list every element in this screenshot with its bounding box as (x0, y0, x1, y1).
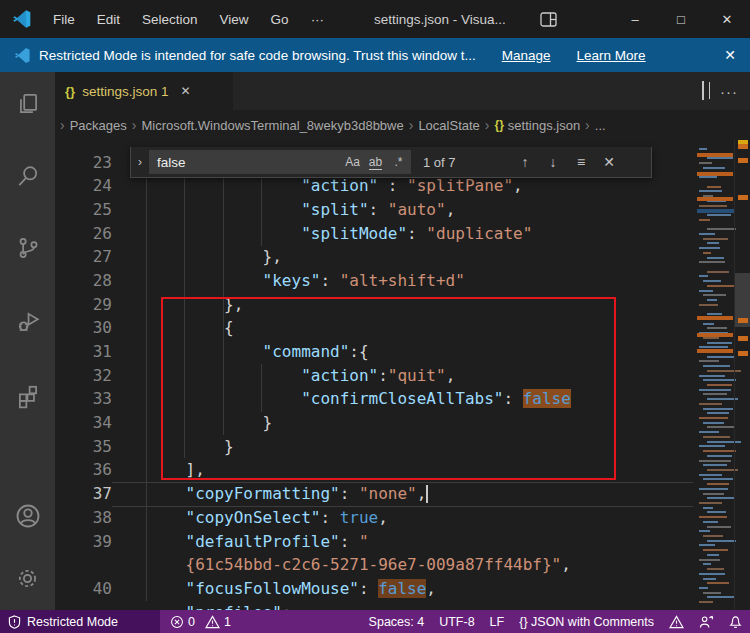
editor-more-actions-button[interactable]: ··· (720, 83, 738, 100)
overview-ruler-mark (738, 336, 748, 341)
minimap-line (703, 478, 733, 480)
current-line-border (112, 482, 693, 483)
source-control-icon[interactable] (0, 224, 55, 272)
restricted-mode-status[interactable]: Restricted Mode (0, 610, 160, 633)
minimap-line (707, 511, 726, 513)
menu-item-view[interactable]: View (209, 0, 260, 38)
indentation-status[interactable]: Spaces: 4 (369, 615, 425, 629)
minimap-find-match (697, 153, 733, 157)
minimap-line (703, 280, 721, 282)
minimap-line (707, 299, 717, 301)
code-line-wrap[interactable]: {61c54bbd-c2c6-5271-96e7-009a87ff44bf}", (55, 553, 750, 577)
feedback-person-icon[interactable] (699, 615, 714, 629)
minimap-line (703, 464, 727, 466)
eol-status[interactable]: LF (490, 615, 505, 629)
overview-ruler-mark (738, 195, 748, 200)
menu-item-selection[interactable]: Selection (131, 0, 209, 38)
code-line-40[interactable]: 40 "focusFollowMouse": false, (55, 577, 750, 601)
breadcrumb-item[interactable]: Packages (70, 118, 127, 133)
minimap-line (699, 474, 722, 476)
vscode-logo-icon (12, 9, 32, 29)
breadcrumb-item[interactable]: LocalState (418, 118, 479, 133)
breadcrumb-file[interactable]: settings.json (508, 118, 580, 133)
line-number: 27 (55, 245, 112, 269)
line-number: 23 (55, 151, 112, 175)
alert-triangle-icon[interactable] (669, 615, 684, 629)
layout-toggle-button[interactable] (536, 8, 560, 30)
code-line-wrap[interactable]: "profiles": (55, 601, 750, 610)
match-case-button[interactable]: Aa (341, 155, 364, 169)
code-line-37[interactable]: 37 "copyFormatting": "none", (55, 482, 750, 506)
code-line-39[interactable]: 39 "defaultProfile": " (55, 530, 750, 554)
minimap-line (703, 238, 728, 240)
find-previous-button[interactable]: ↑ (515, 154, 535, 170)
menu-item-[interactable]: ··· (300, 0, 336, 38)
chevron-right-icon: › (132, 117, 137, 133)
banner-close-icon[interactable]: ✕ (724, 47, 736, 63)
minimap-line (699, 176, 717, 178)
minimap-line (699, 403, 722, 405)
line-number: 28 (55, 269, 112, 293)
layout-icon (540, 12, 557, 27)
breadcrumb-tail[interactable]: ... (595, 118, 606, 133)
minimap-line (703, 393, 727, 395)
find-next-button[interactable]: ↓ (543, 154, 563, 170)
run-debug-icon[interactable] (0, 298, 55, 346)
minimap-line (699, 162, 712, 164)
minimap-line (703, 365, 730, 367)
regex-button[interactable]: .* (387, 155, 410, 169)
manage-link[interactable]: Manage (502, 48, 551, 63)
editor-pane[interactable]: 2324 "action" : "splitPane",25 "split": … (55, 140, 750, 610)
account-icon[interactable] (0, 492, 55, 540)
settings-gear-icon[interactable] (0, 554, 55, 602)
close-window-button[interactable]: ✕ (704, 0, 750, 38)
minimap-line (707, 327, 727, 329)
line-number: 31 (55, 340, 112, 364)
json-file-icon: {} (65, 84, 75, 99)
banner-message: Restricted Mode is intended for safe cod… (39, 48, 476, 63)
menu-item-edit[interactable]: Edit (86, 0, 131, 38)
minimap-line (707, 568, 724, 570)
minimap-find-match (697, 333, 733, 337)
explorer-icon[interactable] (0, 80, 55, 128)
shield-icon (8, 615, 21, 629)
tab-settings-json[interactable]: {} settings.json 1 ✕ (55, 72, 233, 110)
line-number: 40 (55, 577, 112, 601)
editor-scrollbar[interactable] (734, 140, 750, 610)
minimap[interactable] (697, 140, 734, 610)
minimize-button[interactable]: – (612, 0, 658, 38)
minimap-line (699, 516, 727, 518)
code-line-28[interactable]: 28 "keys": "alt+shift+d" (55, 269, 750, 293)
code-line-38[interactable]: 38 "copyOnSelect": true, (55, 506, 750, 530)
language-mode-status[interactable]: {} JSON with Comments (519, 615, 654, 629)
find-expand-toggle[interactable]: › (131, 155, 149, 169)
minimap-line (699, 275, 708, 277)
error-icon (170, 615, 184, 629)
bell-icon[interactable] (729, 615, 742, 629)
minimap-line (707, 356, 735, 358)
restricted-mode-banner: Restricted Mode is intended for safe cod… (0, 38, 750, 72)
code-line-26[interactable]: 26 "splitMode": "duplicate" (55, 222, 750, 246)
problems-status[interactable]: 0 1 (170, 615, 231, 629)
find-in-selection-button[interactable]: ≡ (571, 154, 591, 170)
learn-more-link[interactable]: Learn More (577, 48, 646, 63)
menu-item-go[interactable]: Go (260, 0, 300, 38)
code-text: "copyFormatting": "none", (147, 482, 428, 506)
tab-close-icon[interactable]: ✕ (180, 84, 190, 98)
find-input[interactable]: false Aa ab .* (149, 150, 411, 174)
minimap-line (703, 535, 723, 537)
whole-word-button[interactable]: ab (364, 155, 387, 169)
maximize-button[interactable]: □ (658, 0, 704, 38)
menu-item-file[interactable]: File (42, 0, 86, 38)
minimap-line (707, 426, 735, 428)
code-line-27[interactable]: 27 }, (55, 245, 750, 269)
find-close-button[interactable]: ✕ (599, 154, 619, 170)
breadcrumb-item[interactable]: Microsoft.WindowsTerminal_8wekyb3d8bbwe (141, 118, 403, 133)
extensions-icon[interactable] (0, 372, 55, 420)
split-editor-button[interactable] (702, 82, 704, 100)
minimap-selection (697, 209, 734, 213)
search-icon[interactable] (0, 152, 55, 200)
code-line-25[interactable]: 25 "split": "auto", (55, 198, 750, 222)
minimap-line (699, 502, 722, 504)
encoding-status[interactable]: UTF-8 (439, 615, 474, 629)
